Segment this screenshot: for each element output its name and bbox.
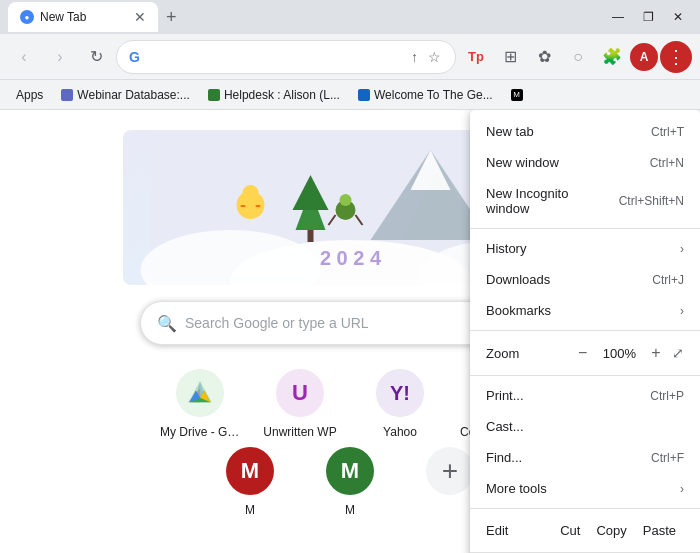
webinar-label: Webinar Database:... [77,88,190,102]
flower-icon: ✿ [538,47,551,66]
minimize-button[interactable]: — [604,3,632,31]
menu-more-tools-label: More tools [486,481,680,496]
more-menu-button[interactable]: ⋮ [660,41,692,73]
tab-favicon: ● [20,10,34,24]
menu-find-label: Find... [486,450,627,465]
menu-print[interactable]: Print... Ctrl+P [470,380,700,411]
medium-favicon: M [511,89,523,101]
menu-print-label: Print... [486,388,626,403]
bookmark-webinar[interactable]: Webinar Database:... [53,85,198,105]
divider-1 [470,228,700,229]
menu-history-label: History [486,241,680,256]
new-tab-button[interactable]: + [158,3,185,32]
flower-button[interactable]: ✿ [528,41,560,73]
menu-bookmarks-label: Bookmarks [486,303,680,318]
zoom-plus-button[interactable]: + [644,341,668,365]
apps-bookmark[interactable]: Apps [8,85,51,105]
menu-incognito-label: New Incognito window [486,186,595,216]
menu-new-window-label: New window [486,155,626,170]
menu-bookmarks[interactable]: Bookmarks › [470,295,700,326]
reload-icon: ↻ [90,47,103,66]
bookmark-helpdesk[interactable]: Helpdesk : Alison (L... [200,85,348,105]
divider-2 [470,330,700,331]
menu-more-tools[interactable]: More tools › [470,473,700,504]
menu-downloads-shortcut: Ctrl+J [652,273,684,287]
zoom-expand-icon[interactable]: ⤢ [672,345,684,361]
favorite-icon[interactable]: ☆ [426,47,443,67]
extension-icon: 🧩 [602,47,622,66]
restore-button[interactable]: ❐ [634,3,662,31]
tab-area: ● New Tab ✕ + [8,2,592,32]
menu-find-shortcut: Ctrl+F [651,451,684,465]
menu-cast-label: Cast... [486,419,684,434]
menu-edit-row: Edit Cut Copy Paste [470,513,700,548]
tab-close-btn[interactable]: ✕ [134,9,146,25]
forward-icon: › [57,48,62,66]
menu-edit-label: Edit [486,523,552,538]
menu-downloads-label: Downloads [486,272,628,287]
welcome-favicon [358,89,370,101]
tab-label: New Tab [40,10,86,24]
tp-icon: Tp [468,49,484,64]
share-icon[interactable]: ↑ [409,47,420,67]
title-bar: ● New Tab ✕ + — ❐ ✕ [0,0,700,34]
address-bar[interactable]: G ↑ ☆ [116,40,456,74]
toolbar-right: Tp ⊞ ✿ ○ 🧩 A ⋮ [460,41,692,73]
menu-cut-button[interactable]: Cut [552,519,588,542]
menu-new-window[interactable]: New window Ctrl+N [470,147,700,178]
menu-incognito[interactable]: New Incognito window Ctrl+Shift+N [470,178,700,224]
circle-button[interactable]: ○ [562,41,594,73]
tp-button[interactable]: Tp [460,41,492,73]
welcome-label: Welcome To The Ge... [374,88,493,102]
menu-print-shortcut: Ctrl+P [650,389,684,403]
menu-new-tab-label: New tab [486,124,627,139]
toolbar: ‹ › ↻ G ↑ ☆ Tp ⊞ ✿ ○ 🧩 A ⋮ [0,34,700,80]
context-menu: New tab Ctrl+T New window Ctrl+N New Inc… [470,110,700,553]
apps-label: Apps [16,88,43,102]
menu-paste-button[interactable]: Paste [635,519,684,542]
menu-downloads[interactable]: Downloads Ctrl+J [470,264,700,295]
menu-history-arrow: › [680,242,684,256]
grid-button[interactable]: ⊞ [494,41,526,73]
more-icon: ⋮ [667,46,685,68]
zoom-value: 100% [595,346,644,361]
google-favicon: G [129,49,140,65]
back-icon: ‹ [21,48,26,66]
close-button[interactable]: ✕ [664,3,692,31]
zoom-label: Zoom [486,346,571,361]
menu-find[interactable]: Find... Ctrl+F [470,442,700,473]
browser-content: 2 0 2 4 🔍 Search Google or type a URL My… [0,110,700,553]
menu-new-window-shortcut: Ctrl+N [650,156,684,170]
profile-avatar[interactable]: A [630,43,658,71]
menu-zoom-row[interactable]: Zoom − 100% + ⤢ [470,335,700,371]
back-button[interactable]: ‹ [8,41,40,73]
grid-icon: ⊞ [504,47,517,66]
menu-history[interactable]: History › [470,233,700,264]
divider-3 [470,375,700,376]
window-controls: — ❐ ✕ [604,3,692,31]
circle-icon: ○ [573,48,583,66]
menu-copy-button[interactable]: Copy [588,519,634,542]
divider-4 [470,508,700,509]
menu-overlay: New tab Ctrl+T New window Ctrl+N New Inc… [0,110,700,553]
menu-more-tools-arrow: › [680,482,684,496]
menu-bookmarks-arrow: › [680,304,684,318]
zoom-minus-button[interactable]: − [571,341,595,365]
reload-button[interactable]: ↻ [80,41,112,73]
extension-button[interactable]: 🧩 [596,41,628,73]
menu-new-tab-shortcut: Ctrl+T [651,125,684,139]
helpdesk-label: Helpdesk : Alison (L... [224,88,340,102]
active-tab[interactable]: ● New Tab ✕ [8,2,158,32]
address-icons: ↑ ☆ [409,47,443,67]
webinar-favicon [61,89,73,101]
menu-cast[interactable]: Cast... [470,411,700,442]
helpdesk-favicon [208,89,220,101]
menu-incognito-shortcut: Ctrl+Shift+N [619,194,684,208]
bookmark-medium[interactable]: M [503,86,531,104]
forward-button[interactable]: › [44,41,76,73]
bookmarks-bar: Apps Webinar Database:... Helpdesk : Ali… [0,80,700,110]
bookmark-welcome[interactable]: Welcome To The Ge... [350,85,501,105]
menu-new-tab[interactable]: New tab Ctrl+T [470,116,700,147]
